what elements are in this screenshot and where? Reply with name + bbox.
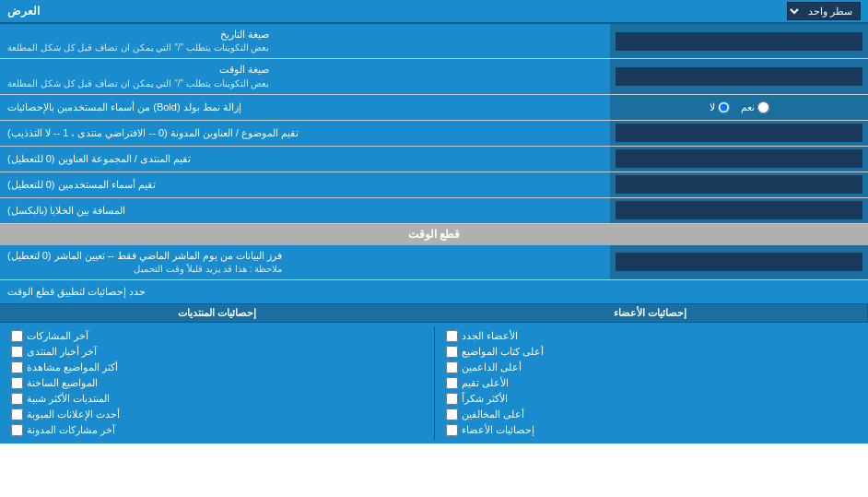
stats-apply-label: حدد إحصائيات لتطبيق قطع الوقت	[0, 280, 299, 303]
checkbox-item: إحصائيات الأعضاء	[446, 422, 858, 438]
forum-group-label: تقيم المنتدى / المجموعة العناوين (0 للتع…	[0, 147, 610, 172]
filter-input[interactable]: 0	[616, 253, 862, 271]
user-names-row: 0 تقيم أسماء المستخدمين (0 للتعطيل)	[0, 172, 868, 198]
dropdown-wrapper[interactable]: سطر واحد سطرين ثلاثة أسطر	[787, 2, 861, 20]
topic-order-input-wrapper[interactable]: 33	[610, 121, 868, 146]
date-format-row: d-m صيغة التاريخ بعض التكوينات يتطلب "/"…	[0, 24, 868, 59]
checkbox-most-thanks[interactable]	[446, 393, 458, 405]
checkbox-top-donors[interactable]	[446, 361, 458, 373]
date-format-input[interactable]: d-m	[616, 32, 862, 51]
checkbox-item: الأعضاء الجدد	[446, 328, 858, 344]
date-format-input-wrapper[interactable]: d-m	[610, 24, 868, 58]
stats-col2: الأعضاء الجدد أعلى كتاب المواضيع أعلى ال…	[435, 326, 869, 440]
checkbox-item: آخر المشاركات	[11, 328, 423, 344]
checkbox-last-posts[interactable]	[11, 330, 23, 342]
radio-yes-label[interactable]: نعم	[741, 101, 769, 113]
radio-no-label[interactable]: لا	[710, 101, 730, 113]
stats-columns-headers: إحصائيات الأعضاء إحصائيات المنتديات	[0, 304, 868, 323]
date-format-label: صيغة التاريخ بعض التكوينات يتطلب "/" الت…	[0, 24, 610, 58]
cell-distance-row: 2 المسافة بين الخلايا (بالبكسل)	[0, 198, 868, 224]
user-names-input-wrapper[interactable]: 0	[610, 172, 868, 197]
bold-remove-label: إزالة نمط بولد (Bold) من أسماء المستخدمي…	[0, 95, 610, 120]
checkbox-item: آخر أخبار المنتدى	[11, 344, 423, 360]
realtime-section-header: قطع الوقت	[0, 224, 868, 245]
forum-group-input[interactable]: 33	[616, 149, 862, 168]
checkbox-last-news[interactable]	[11, 346, 23, 358]
filter-label: فرز البيانات من يوم الماشر الماضي فقط --…	[0, 245, 610, 279]
checkbox-item: أعلى كتاب المواضيع	[446, 344, 858, 360]
time-format-input-wrapper[interactable]: H:i	[610, 59, 868, 93]
main-container: سطر واحد سطرين ثلاثة أسطر العرض d-m صيغة…	[0, 0, 868, 444]
time-format-label: صيغة الوقت بعض التكوينات يتطلب "/" التي …	[0, 59, 610, 93]
forum-group-row: 33 تقيم المنتدى / المجموعة العناوين (0 ل…	[0, 147, 868, 172]
checkbox-item: الأعلى تقيم	[446, 375, 858, 391]
filter-row: 0 فرز البيانات من يوم الماشر الماضي فقط …	[0, 245, 868, 280]
topic-order-input[interactable]: 33	[616, 124, 862, 142]
time-format-row: H:i صيغة الوقت بعض التكوينات يتطلب "/" ا…	[0, 59, 868, 94]
checkbox-new-members[interactable]	[446, 330, 458, 342]
checkbox-item: آخر مشاركات المدونة	[11, 422, 423, 438]
checkbox-item: أحدث الإعلانات المبوبة	[11, 407, 423, 422]
cell-distance-input-wrapper[interactable]: 2	[610, 198, 868, 223]
user-names-input[interactable]: 0	[616, 175, 862, 194]
checkbox-classified-ads[interactable]	[11, 408, 23, 420]
page-title: العرض	[7, 5, 40, 18]
cell-distance-label: المسافة بين الخلايا (بالبكسل)	[0, 198, 610, 223]
checkbox-item: المواضيع الساخنة	[11, 375, 423, 391]
filter-input-wrapper[interactable]: 0	[610, 245, 868, 279]
checkbox-top-violators[interactable]	[446, 408, 458, 420]
topic-order-label: تقيم الموضوع / العناوين المدونة (0 -- ال…	[0, 121, 610, 146]
bold-remove-row: نعم لا إزالة نمط بولد (Bold) من أسماء ال…	[0, 95, 868, 121]
forum-group-input-wrapper[interactable]: 33	[610, 147, 868, 172]
display-dropdown[interactable]: سطر واحد سطرين ثلاثة أسطر	[787, 2, 861, 20]
checkbox-top-writers[interactable]	[446, 346, 458, 358]
checkbox-item: الأكثر شكراً	[446, 391, 858, 407]
col2-header: إحصائيات الأعضاء	[434, 304, 869, 322]
stats-apply-row: حدد إحصائيات لتطبيق قطع الوقت	[0, 280, 868, 304]
checkboxes-grid: الأعضاء الجدد أعلى كتاب المواضيع أعلى ال…	[0, 323, 868, 444]
checkbox-hot-topics[interactable]	[11, 377, 23, 389]
checkbox-members-stats[interactable]	[446, 424, 458, 436]
topic-order-row: 33 تقيم الموضوع / العناوين المدونة (0 --…	[0, 121, 868, 147]
checkbox-item: أعلى المخالفين	[446, 407, 858, 422]
header-row: سطر واحد سطرين ثلاثة أسطر العرض	[0, 0, 868, 24]
checkbox-item: أكثر المواضيع مشاهدة	[11, 360, 423, 375]
checkbox-item: المنتديات الأكثر شبية	[11, 391, 423, 407]
checkbox-top-rated[interactable]	[446, 377, 458, 389]
cell-distance-input[interactable]: 2	[616, 201, 862, 219]
checkbox-blog-posts[interactable]	[11, 424, 23, 436]
radio-yes[interactable]	[757, 101, 769, 113]
col1-header: إحصائيات المنتديات	[0, 304, 434, 322]
stats-col1: آخر المشاركات آخر أخبار المنتدى أكثر الم…	[0, 326, 435, 440]
time-format-input[interactable]: H:i	[616, 67, 862, 86]
radio-no[interactable]	[718, 101, 730, 113]
bold-radio-wrapper[interactable]: نعم لا	[610, 95, 868, 120]
checkbox-popular-forums[interactable]	[11, 393, 23, 405]
checkbox-most-viewed[interactable]	[11, 361, 23, 373]
user-names-label: تقيم أسماء المستخدمين (0 للتعطيل)	[0, 172, 610, 197]
checkbox-item: أعلى الداعمين	[446, 360, 858, 375]
